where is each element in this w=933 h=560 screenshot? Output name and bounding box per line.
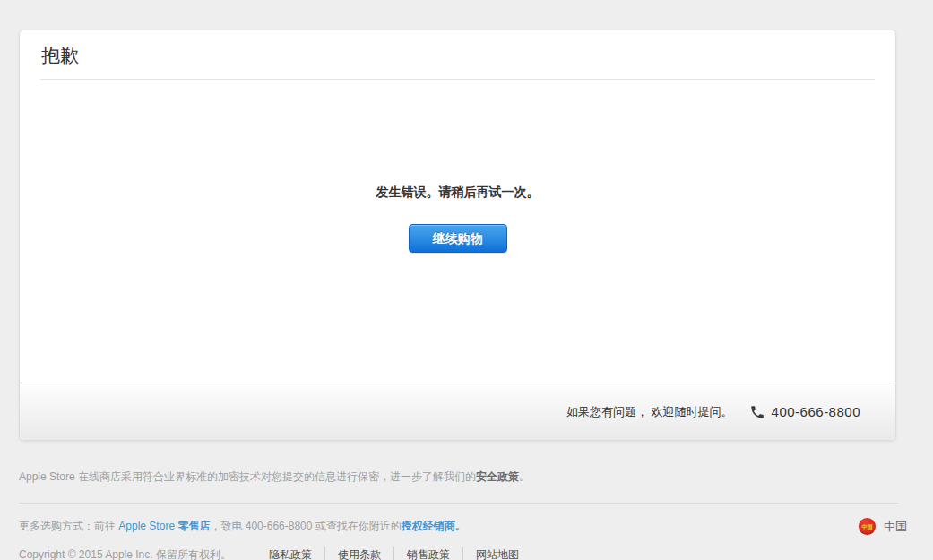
shopping-prefix: 更多选购方式：前往 [19,520,118,532]
contact-bar: 如果您有问题， 欢迎随时提问。 400-666-8800 [20,383,895,440]
shopping-mid: ，致电 400-666-8800 或查找在你附近的 [210,520,401,532]
security-note: Apple Store 在线商店采用符合业界标准的加密技术对您提交的信息进行保密… [19,470,914,485]
page-title: 抱歉 [41,43,874,67]
copyright-row: Copyright © 2015 Apple Inc. 保留所有权利。 隐私政策… [19,547,914,560]
phone-icon [749,404,765,420]
sales-policy-link[interactable]: 销售政策 [393,547,462,560]
support-phone-number: 400-666-8800 [772,404,860,419]
country-label: 中国 [884,519,907,535]
security-note-suffix: 。 [519,470,530,483]
error-message: 发生错误。请稍后再试一次。 [20,185,895,201]
privacy-policy-link[interactable]: 隐私政策 [256,547,324,560]
error-content: 发生错误。请稍后再试一次。 继续购物 [20,80,895,383]
security-note-text: Apple Store 在线商店采用符合业界标准的加密技术对您提交的信息进行保密… [19,470,476,483]
site-map-link[interactable]: 网站地图 [462,547,531,560]
footer-divider [19,503,898,504]
security-policy-link[interactable]: 安全政策 [476,470,519,483]
card-header: 抱歉 [40,30,875,80]
authorized-reseller-link[interactable]: 授权经销商 [402,520,455,532]
apple-store-link-en: Apple Store [118,520,177,532]
footer-nav: 隐私政策 使用条款 销售政策 网站地图 [256,547,531,560]
contact-prompt: 如果您有问题， 欢迎随时提问。 [566,404,733,420]
shopping-options-row: 更多选购方式：前往 Apple Store 零售店，致电 400-666-880… [19,518,907,535]
apple-store-link-cn: 零售店 [177,520,210,532]
error-card: 抱歉 发生错误。请稍后再试一次。 继续购物 如果您有问题， 欢迎随时提问。 40… [19,30,896,441]
continue-shopping-button[interactable]: 继续购物 [409,224,507,253]
copyright-text: Copyright © 2015 Apple Inc. 保留所有权利。 [19,547,231,560]
country-selector[interactable]: 中国 中国 [859,518,907,535]
shopping-options-text: 更多选购方式：前往 Apple Store 零售店，致电 400-666-880… [19,519,466,534]
china-flag-icon: 中国 [859,518,876,535]
shopping-suffix: 。 [455,520,466,532]
apple-store-link[interactable]: Apple Store 零售店 [118,520,210,532]
terms-of-use-link[interactable]: 使用条款 [324,547,393,560]
